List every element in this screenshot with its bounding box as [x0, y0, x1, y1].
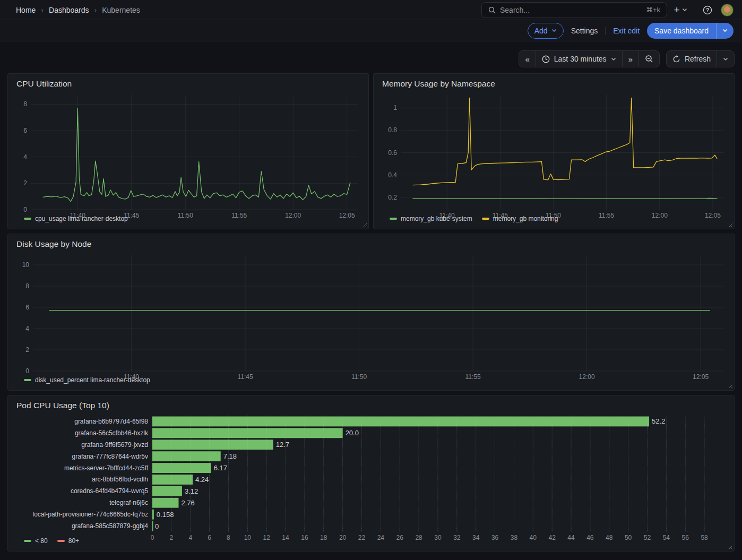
svg-text:telegraf-n6j6c: telegraf-n6j6c [109, 499, 148, 506]
panel-header[interactable]: Pod CPU Usage (Top 10) [14, 400, 728, 413]
time-range-picker-button[interactable]: Last 30 minutes [536, 51, 623, 67]
save-dashboard-options-button[interactable] [716, 23, 734, 39]
help-icon: ? [703, 5, 712, 15]
resize-handle[interactable] [728, 384, 733, 389]
panel-title: CPU Utilization [16, 79, 72, 88]
legend-swatch [24, 540, 31, 542]
legend-item[interactable]: disk_used_percent lima-rancher-desktop [24, 376, 150, 384]
svg-text:0: 0 [25, 367, 29, 375]
cpu-utilization-chart[interactable]: 11:4011:4511:5011:5512:0012:0502468 [14, 92, 362, 213]
svg-text:2: 2 [23, 179, 27, 187]
panel-header[interactable]: Disk Usage by Node [14, 238, 728, 252]
svg-text:52.2: 52.2 [652, 417, 665, 425]
avatar[interactable] [721, 4, 734, 16]
legend-label: memory_gb kube-system [401, 215, 472, 222]
legend-item[interactable]: < 80 [24, 537, 48, 545]
resize-handle[interactable] [728, 222, 733, 228]
nav-divider [694, 6, 694, 14]
refresh-interval-button[interactable] [717, 51, 734, 67]
legend-item[interactable]: memory_gb kube-system [390, 215, 472, 222]
legend-swatch [482, 218, 489, 220]
time-range-group: « Last 30 minutes » [519, 50, 660, 67]
svg-text:metrics-server-7bfffcd44-zc5ff: metrics-server-7bfffcd44-zc5ff [64, 464, 149, 472]
help-button[interactable]: ? [700, 2, 715, 18]
new-menu-button[interactable]: + [672, 2, 688, 18]
angle-double-left-icon: « [525, 55, 529, 64]
legend: cpu_usage lima-rancher-desktop [14, 213, 362, 227]
chevron-down-icon [722, 29, 728, 32]
legend-item[interactable]: 80+ [57, 537, 79, 545]
chevron-down-icon [611, 57, 616, 61]
legend-label: < 80 [35, 537, 48, 545]
svg-text:0.6: 0.6 [388, 149, 397, 157]
svg-text:10: 10 [22, 261, 30, 269]
panel-header[interactable]: Memory Usage by Namespace [380, 78, 728, 92]
resize-handle[interactable] [728, 545, 733, 550]
time-shift-forward-button[interactable]: » [623, 51, 639, 67]
breadcrumb: Home › Dashboards › Kubernetes [16, 6, 140, 14]
panel-title: Disk Usage by Node [16, 239, 91, 248]
panel-title: Pod CPU Usage (Top 10) [16, 401, 109, 410]
svg-text:6: 6 [23, 127, 27, 134]
legend-label: memory_gb monitoring [493, 215, 558, 222]
plus-icon: + [674, 5, 679, 15]
search-placeholder: Search... [500, 6, 642, 14]
breadcrumb-home[interactable]: Home [16, 6, 36, 14]
legend: memory_gb kube-systemmemory_gb monitorin… [380, 213, 728, 227]
svg-text:0.8: 0.8 [388, 126, 397, 134]
breadcrumb-dashboards[interactable]: Dashboards [49, 6, 89, 14]
time-shift-back-button[interactable]: « [519, 51, 536, 67]
add-button-label: Add [534, 27, 548, 35]
clock-icon [542, 55, 550, 63]
breadcrumb-separator-icon: › [94, 6, 97, 14]
pod-cpu-usage-chart[interactable]: 0246810121416182022242628303234363840424… [14, 413, 728, 535]
breadcrumb-separator-icon: › [41, 6, 44, 14]
legend-swatch [57, 540, 65, 542]
svg-text:coredns-64fd4b4794-wvrq5: coredns-64fd4b4794-wvrq5 [71, 487, 148, 495]
save-dashboard-button[interactable]: Save dashboard [647, 23, 716, 39]
legend-swatch [390, 218, 397, 220]
svg-text:grafana-777fc87644-wdr5v: grafana-777fc87644-wdr5v [72, 453, 148, 460]
settings-button[interactable]: Settings [571, 27, 598, 35]
search-input[interactable]: Search... ⌘+k [481, 2, 667, 18]
panel-pod-cpu-usage: Pod CPU Usage (Top 10) 02468101214161820… [7, 395, 735, 552]
legend-label: cpu_usage lima-rancher-desktop [35, 215, 128, 222]
legend: disk_used_percent lima-rancher-desktop [14, 374, 728, 388]
exit-edit-button[interactable]: Exit edit [613, 27, 640, 35]
refresh-group: Refresh [666, 50, 735, 67]
svg-text:0: 0 [23, 206, 27, 213]
search-shortcut: ⌘+k [646, 6, 660, 14]
legend: < 8080+ [14, 535, 728, 549]
legend-item[interactable]: memory_gb monitoring [482, 215, 558, 222]
refresh-button[interactable]: Refresh [667, 51, 717, 67]
svg-text:0.2: 0.2 [388, 194, 397, 201]
legend-label: disk_used_percent lima-rancher-desktop [35, 376, 150, 384]
chevron-down-icon [682, 8, 687, 12]
legend-label: 80+ [68, 537, 79, 545]
svg-text:grafana-9ff6f5679-jxvzd: grafana-9ff6f5679-jxvzd [81, 441, 148, 449]
legend-item[interactable]: cpu_usage lima-rancher-desktop [24, 215, 128, 222]
svg-text:2: 2 [25, 346, 29, 354]
svg-text:2.76: 2.76 [181, 499, 194, 507]
svg-text:12.7: 12.7 [276, 441, 289, 449]
svg-text:grafana-56c5cfbb46-hxzlk: grafana-56c5cfbb46-hxzlk [75, 429, 149, 437]
resize-handle[interactable] [362, 222, 367, 228]
svg-text:7.18: 7.18 [223, 452, 237, 460]
disk-usage-chart[interactable]: 11:4011:4511:5011:5512:0012:050246810 [14, 252, 728, 374]
zoom-out-time-button[interactable] [639, 51, 659, 67]
panel-title: Memory Usage by Namespace [382, 79, 495, 88]
zoom-out-icon [645, 55, 653, 63]
svg-text:1: 1 [393, 104, 397, 111]
svg-text:?: ? [706, 7, 709, 13]
search-icon [488, 6, 496, 14]
chevron-down-icon [551, 29, 557, 32]
panel-header[interactable]: CPU Utilization [14, 78, 362, 92]
legend-swatch [24, 218, 31, 220]
svg-text:8: 8 [25, 282, 29, 290]
legend-swatch [24, 379, 31, 381]
memory-usage-chart[interactable]: 11:4011:4511:5011:5512:0012:050.20.40.60… [380, 92, 728, 213]
add-button[interactable]: Add [528, 23, 564, 39]
svg-text:20.0: 20.0 [346, 429, 359, 437]
time-range-label: Last 30 minutes [554, 55, 607, 63]
save-dashboard-split-button: Save dashboard [647, 23, 734, 39]
